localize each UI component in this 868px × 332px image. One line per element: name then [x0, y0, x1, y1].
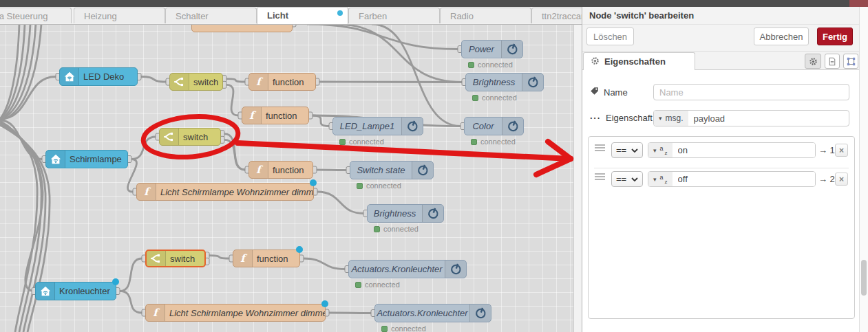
node-function-2[interactable]: ffunction — [242, 107, 309, 124]
node-dimmen-2[interactable]: fLicht Schirmlampe Wohnzimmer dimmen — [145, 304, 326, 322]
type-select-button[interactable]: ▾ az — [648, 172, 673, 186]
drag-handle-icon[interactable] — [595, 173, 605, 180]
deploy-button-edge[interactable] — [849, 0, 868, 7]
node-dimmen-1[interactable]: fLicht Schirmlampe Wohnzimmer dimmen — [136, 183, 314, 201]
node-partial-top[interactable] — [191, 24, 293, 32]
node-label: switch — [166, 251, 204, 266]
edit-dialog: Node 'switch' bearbeiten Löschen Abbrech… — [582, 7, 859, 332]
rule-value-field[interactable] — [673, 172, 815, 186]
node-label: switch — [189, 74, 222, 90]
node-actuators-kron-2[interactable]: Actuators.Kronleuchter — [374, 304, 491, 322]
type-select-button[interactable]: ▾ msg. — [654, 111, 688, 126]
wire[interactable] — [317, 170, 346, 170]
wire[interactable] — [128, 159, 137, 192]
properties-icon-button[interactable] — [805, 54, 821, 69]
node-switch-2[interactable]: switch — [159, 128, 221, 146]
delete-button[interactable]: Löschen — [586, 27, 634, 45]
wire[interactable] — [335, 24, 462, 82]
home-wifi-icon — [60, 68, 79, 85]
node-led-lampe1[interactable]: LED_Lampe1 — [332, 117, 423, 135]
panel-scrollbar[interactable] — [859, 7, 868, 332]
node-schirmlampe[interactable]: Schirmlampe — [45, 150, 128, 168]
wire[interactable] — [120, 258, 142, 291]
description-icon-button[interactable] — [825, 54, 840, 69]
tab-exa-steuerung[interactable]: exa Steuerung — [0, 8, 72, 23]
wire[interactable] — [307, 24, 458, 49]
tab-licht[interactable]: Licht — [257, 7, 348, 24]
node-status: connected — [357, 181, 401, 190]
scrollbar-thumb[interactable] — [861, 260, 867, 296]
wire[interactable] — [224, 140, 245, 170]
function-icon: f — [249, 162, 268, 178]
node-label — [192, 24, 292, 32]
tab-eigenschaften[interactable]: Eigenschaften — [583, 52, 695, 70]
flow-canvas[interactable]: LED DekoswitchffunctionffunctionLED_Lamp… — [0, 24, 582, 332]
power-icon — [502, 118, 523, 135]
property-input[interactable]: ▾ msg. payload — [653, 110, 849, 126]
tab-schalter[interactable]: Schalter — [165, 8, 257, 23]
node-label: Switch state — [350, 162, 412, 179]
wire[interactable] — [226, 79, 245, 82]
drag-handle-icon[interactable] — [595, 144, 605, 151]
wire[interactable] — [131, 137, 156, 159]
rule-operator-select[interactable]: == — [611, 171, 643, 187]
tab-farben[interactable]: Farben — [348, 8, 440, 23]
type-select-button[interactable]: ▾ az — [648, 143, 673, 157]
rule-operator-select[interactable]: == — [611, 142, 643, 158]
wire[interactable] — [329, 313, 371, 313]
node-switch-1[interactable]: switch — [169, 73, 223, 91]
node-switch-state[interactable]: Switch state — [350, 161, 434, 179]
remove-rule-button[interactable]: × — [835, 173, 848, 186]
wire[interactable] — [317, 192, 363, 214]
flow-tab-bar: exa SteuerungHeizungSchalterLichtFarbenR… — [0, 7, 582, 25]
wire[interactable] — [209, 256, 229, 258]
wire[interactable] — [226, 85, 238, 115]
wire[interactable] — [319, 82, 462, 82]
rule-value-input[interactable]: ▾ az — [648, 171, 816, 187]
unsaved-indicator — [337, 10, 343, 16]
node-status: connected — [355, 280, 400, 289]
rule-value-field[interactable] — [673, 143, 815, 157]
power-icon — [412, 162, 433, 179]
node-function-4[interactable]: ffunction — [233, 250, 300, 267]
node-status: connected — [381, 324, 426, 332]
wire[interactable] — [313, 115, 329, 126]
tab-label: Radio — [450, 11, 474, 21]
appearance-icon-button[interactable] — [843, 54, 858, 69]
canvas-scrollbar[interactable] — [573, 24, 582, 332]
dialog-title: Node 'switch' bearbeiten — [582, 7, 859, 25]
tab-radio[interactable]: Radio — [440, 8, 531, 23]
status-dot-icon — [471, 139, 477, 145]
wire[interactable] — [141, 77, 166, 82]
node-power[interactable]: Power — [461, 40, 523, 58]
node-status: connected — [374, 225, 419, 233]
node-function-1[interactable]: ffunction — [248, 73, 316, 91]
tab-ttn2traccar[interactable]: ttn2traccar — [531, 8, 582, 23]
split-icon — [160, 129, 179, 145]
node-actuators-kron-1[interactable]: Actuators.Kronleuchter — [348, 260, 467, 278]
node-kronleuchter[interactable]: Kronleuchter — [35, 282, 116, 300]
rule-value-input[interactable]: ▾ az — [648, 142, 816, 158]
wire[interactable] — [304, 258, 345, 269]
tab-heizung[interactable]: Heizung — [74, 8, 165, 23]
function-icon: f — [233, 250, 253, 267]
node-color[interactable]: Color — [464, 117, 524, 135]
node-brightness-1[interactable]: Brightness — [465, 73, 544, 91]
rule-output-label: → 2 — [818, 174, 835, 184]
status-dot-icon — [355, 282, 361, 288]
wire[interactable] — [120, 291, 142, 313]
document-icon — [828, 57, 836, 66]
home-wifi-icon — [46, 151, 65, 168]
node-label: function — [268, 162, 313, 178]
node-switch-3[interactable]: switch — [145, 250, 206, 267]
node-label: Licht Schirmlampe Wohnzimmer dimmen — [165, 305, 325, 321]
cancel-button[interactable]: Abbrechen — [754, 27, 809, 45]
node-brightness-2[interactable]: Brightness — [367, 204, 444, 223]
property-value[interactable]: payload — [688, 111, 731, 126]
remove-rule-button[interactable]: × — [835, 144, 848, 157]
name-input[interactable] — [653, 84, 849, 100]
node-led-deko[interactable]: LED Deko — [59, 67, 138, 86]
node-status: connected — [472, 93, 517, 102]
done-button[interactable]: Fertig — [817, 27, 853, 45]
node-function-3[interactable]: ffunction — [248, 161, 313, 179]
